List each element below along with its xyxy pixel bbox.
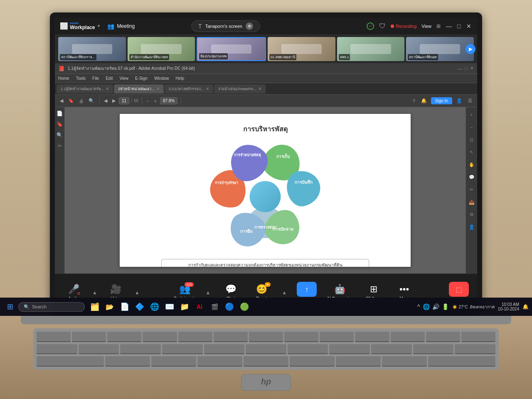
tray-expand[interactable]: ^ bbox=[417, 303, 420, 310]
menu-esign[interactable]: E-Sign bbox=[135, 76, 148, 81]
thumb-label-2: สำนักงานพัฒนาที่ดิน เขต5 bbox=[129, 54, 170, 60]
pdf-tab-close-4[interactable]: ✕ bbox=[258, 86, 261, 91]
pdf-next-page[interactable]: ▶ bbox=[111, 97, 117, 104]
pdf-toolbar: ◀ 🔖 🖨 🔍 ◀ ▶ 11 / 68 bbox=[55, 95, 477, 107]
pdf-zoom-increase[interactable]: + bbox=[152, 98, 158, 104]
pdf-caption: การกำกับดูแลและตรวจสอบความถูกต้องการบริห… bbox=[161, 259, 369, 267]
taskbar-app-edge[interactable]: 🌐 bbox=[148, 300, 161, 313]
taskbar-app-folder[interactable]: 📁 bbox=[178, 300, 191, 313]
view-button[interactable]: View bbox=[421, 24, 431, 29]
audio-expand-icon[interactable]: ▲ bbox=[92, 290, 97, 296]
thumb-label-6: สถานีพัฒนาที่ดินสุด bbox=[408, 54, 438, 60]
participants-expand-icon[interactable]: ▲ bbox=[205, 290, 210, 296]
pdf-right-zoom-in[interactable]: + bbox=[468, 111, 476, 119]
pdf-right-settings[interactable]: ⚙ bbox=[468, 210, 476, 219]
participants-icon: 👥 121 bbox=[179, 284, 190, 295]
pdf-tab-2[interactable]: 2หัวหน้าหน่วยพัฒนา... ✕ bbox=[114, 84, 164, 94]
taskbar-app-blue[interactable]: 🔵 bbox=[223, 300, 236, 313]
taskbar-app-teams[interactable]: 🔷 bbox=[133, 300, 146, 313]
pdf-bookmark-btn[interactable]: 🔖 bbox=[66, 97, 76, 104]
tray-battery[interactable]: 🔋 bbox=[442, 303, 449, 310]
system-tray: ^ 🌐 🔊 🔋 bbox=[417, 303, 449, 310]
notification-icon[interactable]: 🔔 bbox=[522, 304, 529, 310]
tray-network[interactable]: 🌐 bbox=[423, 303, 430, 310]
pdf-sidebar-annot[interactable]: ✏ bbox=[58, 143, 62, 149]
close-button[interactable]: ✕ bbox=[466, 23, 472, 30]
tray-volume[interactable]: 🔊 bbox=[432, 303, 439, 310]
sign-in-button[interactable]: Sign In bbox=[431, 97, 452, 104]
taskbar-app-acrobat[interactable]: 📄 bbox=[118, 300, 131, 313]
pdf-back-btn[interactable]: ◀ bbox=[58, 97, 65, 104]
pdf-zoom-decrease[interactable]: − bbox=[145, 98, 150, 104]
participant-thumb-4[interactable]: 01-สพด.ปทุมธานี bbox=[268, 37, 335, 61]
pdf-menu-btn[interactable]: ☰ bbox=[466, 97, 474, 104]
taskbar-app-files[interactable]: 🗂️ bbox=[88, 300, 101, 313]
video-expand-icon[interactable]: ▲ bbox=[135, 290, 140, 296]
pdf-tab-close-3[interactable]: ✕ bbox=[206, 86, 209, 91]
react-expand-icon[interactable]: ▲ bbox=[282, 290, 287, 296]
pdf-right-pen[interactable]: ✏ bbox=[468, 185, 476, 194]
pdf-zoom-out-btn[interactable]: 🔍 bbox=[87, 97, 96, 104]
pdf-right-share[interactable]: 📤 bbox=[468, 198, 476, 206]
pdf-notify-btn[interactable]: 🔔 bbox=[419, 97, 429, 104]
pdf-close[interactable]: ✕ bbox=[470, 66, 474, 71]
pdf-tab-close-1[interactable]: ✕ bbox=[106, 86, 109, 91]
shield-icon[interactable]: 🛡 bbox=[379, 22, 386, 30]
pdf-right-fit[interactable]: ⊡ bbox=[468, 135, 476, 144]
pdf-maximize[interactable]: □ bbox=[465, 66, 468, 71]
taskbar-app-chrome[interactable]: 🟢 bbox=[238, 300, 251, 313]
pdf-right-select[interactable]: ↖ bbox=[468, 148, 476, 156]
taskbar-app-explorer[interactable]: 📂 bbox=[103, 300, 116, 313]
pdf-print-btn[interactable]: 🖨 bbox=[77, 98, 85, 104]
pdf-sidebar-layers[interactable]: 📄 bbox=[57, 111, 63, 116]
participant-thumb-2[interactable]: สำนักงานพัฒนาที่ดิน เขต5 bbox=[128, 37, 195, 61]
pdf-sidebar-search[interactable]: 🔍 bbox=[57, 132, 63, 138]
menu-tools[interactable]: Tools bbox=[76, 76, 86, 81]
pdf-right-user[interactable]: 👤 bbox=[468, 223, 476, 231]
laptop-shell: ⬜ zoom Workplace ▼ 👥 Meeting T Tanaporn bbox=[0, 0, 532, 399]
taskbar-app-zoom[interactable]: 🎬 bbox=[208, 300, 221, 313]
windows-start-button[interactable]: ⊞ bbox=[3, 300, 17, 313]
participants-nav-arrow[interactable]: ▶ bbox=[466, 44, 475, 54]
meeting-label: Meeting bbox=[117, 23, 135, 29]
pdf-tab-1[interactable]: 1.1ผู้จัดทำงานพัฒนาทรัพ... ✕ bbox=[57, 84, 113, 94]
pdf-tab-close-2[interactable]: ✕ bbox=[156, 86, 160, 91]
clock-area[interactable]: 10:03 AM 10-10-2024 bbox=[498, 302, 519, 311]
pdf-menubar: Home Tools File Edit View E-Sign Window … bbox=[55, 74, 477, 83]
stop-share-button[interactable]: ⊗ bbox=[246, 22, 253, 30]
menu-home[interactable]: Home bbox=[58, 76, 69, 81]
menu-view[interactable]: View bbox=[119, 76, 128, 81]
pdf-right-comment[interactable]: 💬 bbox=[468, 173, 476, 181]
windows-search-box[interactable]: 🔍 Search bbox=[18, 302, 85, 312]
grid-icon: ⊞ bbox=[436, 23, 441, 29]
share-icon: ↑ bbox=[297, 282, 317, 297]
taskbar-app-mail[interactable]: ✉️ bbox=[163, 300, 176, 313]
participant-thumb-1[interactable]: สถานีพัฒนาที่ดินรราย... bbox=[58, 37, 126, 61]
menu-window[interactable]: Window bbox=[154, 76, 169, 81]
pdf-user-btn[interactable]: 👤 bbox=[455, 97, 464, 104]
minimize-button[interactable]: — bbox=[446, 23, 452, 30]
petal-label-dispose: การจำหน่ายพัสดุ bbox=[232, 153, 263, 158]
pdf-help-btn[interactable]: ? bbox=[411, 98, 417, 104]
menu-help[interactable]: Help bbox=[176, 76, 185, 81]
zoom-level[interactable]: 87.8% bbox=[160, 97, 177, 104]
pdf-sidebar-bookmark[interactable]: 🔖 bbox=[57, 121, 63, 127]
audio-icon: 🎤⊘ bbox=[68, 284, 79, 295]
pdf-tab-4[interactable]: งานนำเสนอ PowerPo... ✕ bbox=[214, 84, 266, 94]
menu-edit[interactable]: Edit bbox=[106, 76, 113, 81]
pdf-right-zoom-out[interactable]: − bbox=[468, 123, 476, 131]
menu-file[interactable]: File bbox=[92, 76, 99, 81]
laptop-hinge bbox=[21, 316, 511, 324]
pdf-right-hand[interactable]: ✋ bbox=[468, 160, 476, 169]
participant-thumb-5[interactable]: สพจ.1 bbox=[337, 37, 405, 61]
zoom-logo: ⬜ zoom Workplace ▼ bbox=[60, 22, 101, 31]
maximize-button[interactable]: □ bbox=[456, 23, 462, 30]
pdf-prev-page[interactable]: ◀ bbox=[102, 97, 109, 104]
participant-thumb-3[interactable]: ห้องประชุมกรุงเทพ bbox=[197, 37, 266, 61]
taskbar-app-adobe[interactable]: Ai bbox=[193, 300, 206, 313]
page-number[interactable]: 11 bbox=[119, 97, 129, 104]
pdf-tab-3[interactable]: 3.แนวทางคดีกรรมก... ✕ bbox=[165, 84, 213, 94]
participant-thumb-6[interactable]: สถานีพัฒนาที่ดินสุด bbox=[406, 37, 474, 61]
meeting-icon: 👥 bbox=[107, 23, 114, 30]
pdf-minimize[interactable]: — bbox=[458, 66, 462, 71]
